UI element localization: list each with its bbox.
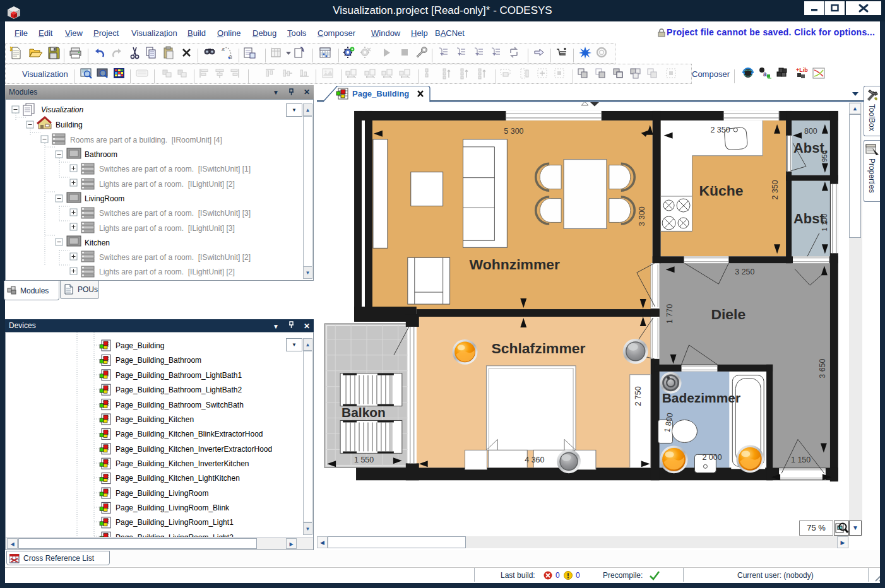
svg-text:Page_Building_Bathroom: Page_Building_Bathroom [116, 356, 201, 365]
svg-text:Page_Building_Kitchen: Page_Building_Kitchen [116, 415, 194, 424]
svg-text:Lights are part of a room. [I: Lights are part of a room. [ILightUnit] … [99, 224, 235, 233]
svg-text:Diele: Diele [711, 306, 745, 322]
svg-text:Page_Building_LivingRoom_Light: Page_Building_LivingRoom_Light1 [116, 518, 234, 527]
svg-text:800: 800 [804, 127, 817, 136]
svg-text:+Lib: +Lib [796, 67, 808, 73]
svg-text:Lights are part of a room. [I: Lights are part of a room. [ILightUnit] … [99, 180, 235, 189]
svg-text:A: A [222, 47, 225, 52]
svg-text:Switches are part of a room.: Switches are part of a room. [ISwitchUni… [99, 209, 251, 218]
svg-text:2 750: 2 750 [634, 386, 643, 406]
svg-text:Page_Building_Kitchen_BlinkExt: Page_Building_Kitchen_BlinkExtractorHood [116, 430, 263, 438]
svg-text:3 300: 3 300 [638, 206, 646, 226]
svg-text:1 150: 1 150 [791, 456, 811, 464]
svg-text:1 550: 1 550 [354, 456, 374, 464]
svg-text:Page_Building_LivingRoom_Blink: Page_Building_LivingRoom_Blink [116, 503, 230, 512]
svg-text:3 250: 3 250 [735, 268, 754, 276]
svg-text:LivingRoom: LivingRoom [85, 194, 124, 203]
svg-text:Page_Building_Bathroom_SwitchB: Page_Building_Bathroom_SwitchBath [116, 401, 244, 409]
svg-text:Page_Building_Bathroom_LightBa: Page_Building_Bathroom_LightBath2 [116, 385, 242, 394]
svg-text:Wohnzimmer: Wohnzimmer [470, 256, 561, 273]
svg-text:1 770: 1 770 [665, 304, 674, 324]
svg-text:3 650: 3 650 [818, 358, 827, 378]
svg-text:Balkon: Balkon [342, 405, 386, 420]
svg-text:Visualization: Visualization [41, 105, 83, 114]
svg-text:1 100: 1 100 [821, 214, 828, 231]
svg-text:Küche: Küche [699, 182, 743, 199]
svg-text:Lights are part of a room. [I: Lights are part of a room. [ILightUnit] … [99, 268, 235, 276]
svg-text:Bathroom: Bathroom [85, 150, 117, 159]
svg-text:B: B [229, 55, 232, 59]
svg-text:4 360: 4 360 [525, 456, 544, 464]
svg-text:Switches are part of a room.: Switches are part of a room. [ISwitchUni… [99, 253, 251, 262]
svg-text:Page_Building_Kitchen_Inverter: Page_Building_Kitchen_InverterExtractorH… [116, 445, 272, 454]
svg-text:Schlafzimmer: Schlafzimmer [491, 340, 585, 356]
svg-text:Page_Building: Page_Building [352, 89, 409, 98]
svg-text:Building: Building [56, 121, 83, 129]
svg-text:Page_Building_Kitchen_Inverter: Page_Building_Kitchen_InverterKitchen [116, 459, 249, 468]
svg-text:Page_Building_LivingRoom: Page_Building_LivingRoom [116, 489, 208, 498]
svg-text:5 300: 5 300 [504, 127, 523, 136]
svg-text:2 000: 2 000 [702, 453, 722, 462]
svg-text:Page_Building_Kitchen_LightKit: Page_Building_Kitchen_LightKitchen [116, 474, 240, 483]
svg-text:Page_Building_Bathroom_LightBa: Page_Building_Bathroom_LightBath1 [116, 371, 242, 380]
svg-text:2 350: 2 350 [771, 180, 780, 199]
svg-text:2 350: 2 350 [710, 126, 730, 134]
svg-text:Switches are part of a room.: Switches are part of a room. [ISwitchUni… [99, 165, 251, 173]
svg-text:Rooms are part of a building.: Rooms are part of a building. [IRoomUnit… [70, 136, 222, 144]
svg-text:Page_Building: Page_Building [116, 341, 164, 350]
svg-text:950: 950 [821, 150, 828, 162]
svg-text:a: a [763, 71, 767, 78]
svg-text:Kitchen: Kitchen [85, 238, 110, 247]
